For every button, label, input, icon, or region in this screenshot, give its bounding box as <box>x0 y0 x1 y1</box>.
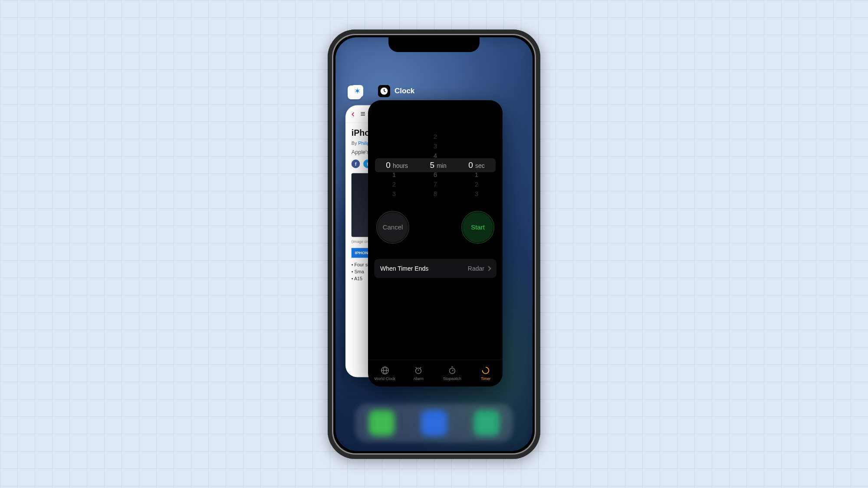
facebook-icon[interactable]: f <box>352 159 360 168</box>
iphone-frame: 30 ✶ ‹ ≡ to iPhone 13 review, specs… By … <box>328 29 540 459</box>
picker-selected-row: 0hours 5min 0sec <box>375 158 496 172</box>
globe-icon <box>380 366 390 375</box>
timer-button-row: Cancel Start <box>368 200 503 250</box>
clock-tabbar: World Clock Alarm Stopwatch Timer <box>368 360 503 386</box>
timer-picker[interactable]: 1 2 3 2 3 4 6 7 8 <box>368 131 503 200</box>
stopwatch-icon <box>447 366 457 375</box>
hamburger-icon[interactable]: ≡ <box>361 109 365 119</box>
back-icon[interactable]: ‹ <box>352 108 355 119</box>
safari-icon: ✶ <box>351 85 363 97</box>
start-button[interactable]: Start <box>463 212 493 242</box>
when-timer-ends-label: When Timer Ends <box>380 265 428 272</box>
clock-app-name: Clock <box>395 87 414 95</box>
tab-world-clock[interactable]: World Clock <box>368 360 402 386</box>
iphone-notch <box>388 37 480 52</box>
tab-stopwatch[interactable]: Stopwatch <box>435 360 469 386</box>
svg-point-13 <box>483 367 489 373</box>
cancel-button[interactable]: Cancel <box>378 212 408 242</box>
clock-icon <box>378 85 390 97</box>
when-timer-ends-value: Radar <box>468 265 484 272</box>
timer-icon <box>481 366 490 375</box>
iphone-screen: 30 ✶ ‹ ≡ to iPhone 13 review, specs… By … <box>335 37 533 451</box>
svg-line-9 <box>420 367 421 368</box>
clock-card[interactable]: 1 2 3 2 3 4 6 7 8 <box>368 100 503 386</box>
alarm-icon <box>414 366 423 375</box>
tab-timer[interactable]: Timer <box>469 360 503 386</box>
safari-card-header[interactable]: ✶ <box>351 85 363 97</box>
svg-line-11 <box>452 370 454 371</box>
when-timer-ends-row[interactable]: When Timer Ends Radar <box>374 259 496 278</box>
clock-card-header[interactable]: Clock <box>378 85 414 97</box>
app-switcher[interactable]: 30 ✶ ‹ ≡ to iPhone 13 review, specs… By … <box>335 37 533 451</box>
chevron-right-icon <box>486 266 491 271</box>
tab-alarm[interactable]: Alarm <box>402 360 436 386</box>
svg-line-8 <box>416 367 417 368</box>
